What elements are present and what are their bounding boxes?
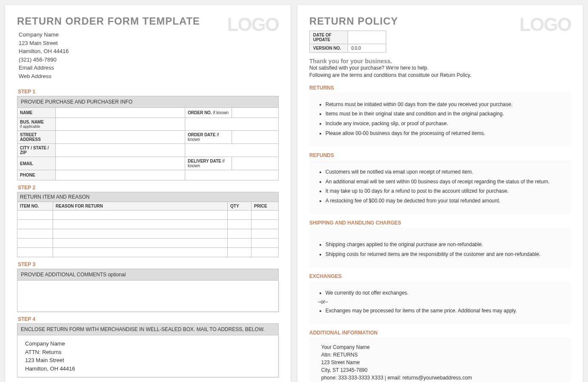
step-3-label: STEP 3 (18, 261, 279, 267)
comments-header: PROVIDE ADDITIONAL COMMENTS optional (17, 269, 279, 281)
addl-line: City, ST 12345-7890 (321, 366, 564, 374)
page-title: RETURN ORDER FORM TEMPLATE (17, 15, 200, 27)
step-2-banner: RETURN ITEM AND REASON (17, 192, 279, 202)
returns-item: Include any invoice, packing slip, or pr… (325, 120, 564, 127)
step-2-label: STEP 2 (18, 185, 279, 191)
addl-line: phone: 333-333-3333 X333 | email: return… (321, 374, 564, 382)
refunds-item: Customers will be notified via email upo… (325, 169, 564, 176)
mail-csz: Hamilton, OH 44416 (25, 365, 271, 373)
col-price: PRICE (252, 202, 279, 211)
step-1-banner: PROVIDE PURCHASE AND PURCHASER INFO (17, 96, 279, 108)
mail-address-box: Company Name ATTN: Returns 123 Main Stre… (17, 335, 279, 377)
company-phone: (321) 456-7890 (19, 56, 200, 64)
version-no-value: 0.0.0 (348, 44, 386, 53)
shipping-item: Shipping charges applied to the original… (325, 241, 564, 248)
purchaser-info-table: PROVIDE PURCHASE AND PURCHASER INFO NAME… (17, 96, 279, 180)
bus-name-label: BUS. NAMEif applicable (17, 118, 56, 131)
bus-name-input[interactable] (56, 118, 185, 131)
mail-name: Company Name (25, 340, 271, 348)
returns-heading: RETURNS (309, 85, 571, 91)
order-date-label: ORDER DATE if known (185, 131, 232, 144)
csz-label: CITY / STATE / ZIP (17, 144, 56, 157)
refunds-item: An additional email will be sent within … (325, 178, 564, 185)
document-container: RETURN ORDER FORM TEMPLATE Company Name … (5, 5, 583, 382)
version-no-label: VERSION NO. (310, 44, 348, 53)
addl-info-heading: ADDITIONAL INFORMATION (309, 330, 571, 336)
refunds-item: It may take up to 00 days for a refund t… (325, 188, 564, 195)
shipping-item: Shipping costs for returned items are th… (325, 251, 564, 258)
bus-spacer (185, 118, 279, 131)
returns-item: Items must be in their original state an… (325, 110, 564, 118)
addl-line: Your Company Name (321, 343, 564, 351)
phone-spacer (185, 170, 279, 180)
col-item-no: ITEM NO. (17, 202, 53, 211)
date-of-update-label: DATE OF UPDATE (310, 31, 348, 44)
item-row[interactable] (17, 239, 279, 248)
col-reason: REASON FOR RETURN (53, 202, 228, 211)
policy-meta-table: DATE OF UPDATE VERSION NO. 0.0.0 (309, 31, 386, 53)
exchanges-item: We currently do not offer exchanges. (325, 289, 564, 297)
company-citystate: Hamilton, OH 44416 (19, 47, 200, 56)
company-block: Company Name 123 Main Street Hamilton, O… (19, 31, 200, 80)
returns-box: Returns must be initiated within 00 days… (309, 93, 571, 146)
refunds-heading: REFUNDS (309, 152, 571, 158)
phone-input[interactable] (56, 170, 185, 180)
exchanges-box: We currently do not offer exchanges. –or… (309, 281, 571, 324)
item-row[interactable] (17, 211, 279, 220)
name-input[interactable] (56, 108, 185, 118)
return-policy-page: RETURN POLICY DATE OF UPDATE VERSION NO.… (297, 5, 583, 382)
mail-attn: ATTN: Returns (25, 348, 271, 357)
order-no-input[interactable] (232, 108, 279, 118)
addl-line: Attn: RETURNS (321, 351, 564, 359)
step-4-banner: ENCLOSE RETURN FORM WITH MERCHANDISE IN … (17, 324, 279, 335)
shipping-box: Shipping charges applied to the original… (309, 228, 571, 267)
delivery-date-label: DELIVERY DATE if known (185, 157, 232, 170)
logo-placeholder: LOGO (519, 15, 571, 34)
comments-input[interactable] (17, 281, 279, 312)
street-address-label: STREET ADDRESS (17, 131, 56, 144)
intro-text: Not satisfied with your purchase? We're … (309, 65, 571, 79)
thanks-text: Thank you for your business. (309, 58, 571, 65)
return-items-table: RETURN ITEM AND REASON ITEM NO. REASON F… (17, 192, 279, 257)
delivery-date-input[interactable] (232, 157, 279, 170)
exchanges-heading: EXCHANGES (309, 273, 571, 279)
name-label: NAME (17, 108, 56, 118)
policy-title: RETURN POLICY (309, 15, 398, 27)
street-address-input[interactable] (56, 131, 185, 144)
order-date-input[interactable] (232, 131, 279, 144)
date-of-update-value (348, 31, 386, 44)
return-order-form-page: RETURN ORDER FORM TEMPLATE Company Name … (5, 5, 291, 382)
company-name: Company Name (19, 31, 200, 39)
step-3-banner: PROVIDE ADDITIONAL COMMENTS optional (17, 269, 279, 281)
mail-street: 123 Main Street (25, 356, 271, 365)
exchanges-or: –or– (318, 299, 564, 305)
step-1-label: STEP 1 (18, 89, 279, 95)
order-no-label: ORDER NO. if known (185, 108, 232, 118)
addl-info-box: Your Company Name Attn: RETURNS 123 Stre… (309, 337, 571, 382)
item-row[interactable] (17, 229, 279, 239)
company-email: Email Address (19, 64, 200, 72)
addl-line: 123 Street Name (321, 359, 564, 366)
csz-spacer (185, 144, 279, 157)
refunds-box: Customers will be notified via email upo… (309, 160, 571, 214)
phone-label: PHONE (17, 170, 56, 180)
shipping-heading: SHIPPING AND HANDLING CHARGES (309, 220, 571, 226)
returns-item: Please allow 00-00 business days for the… (325, 130, 564, 137)
item-row[interactable] (17, 220, 279, 229)
company-street: 123 Main Street (19, 39, 200, 48)
refunds-item: A restocking fee of $00.00 may be deduct… (325, 197, 564, 205)
logo-placeholder: LOGO (227, 15, 279, 34)
item-row[interactable] (17, 248, 279, 257)
company-web: Web Address (19, 72, 200, 81)
email-input[interactable] (56, 157, 185, 170)
exchanges-item: Exchanges may be processed for items of … (325, 307, 564, 315)
returns-item: Returns must be initiated within 00 days… (325, 101, 564, 108)
col-qty: QTY (228, 202, 252, 211)
mail-header: ENCLOSE RETURN FORM WITH MERCHANDISE IN … (17, 323, 279, 335)
email-label: EMAIL (17, 157, 56, 170)
step-4-label: STEP 4 (18, 316, 279, 322)
csz-input[interactable] (56, 144, 185, 157)
